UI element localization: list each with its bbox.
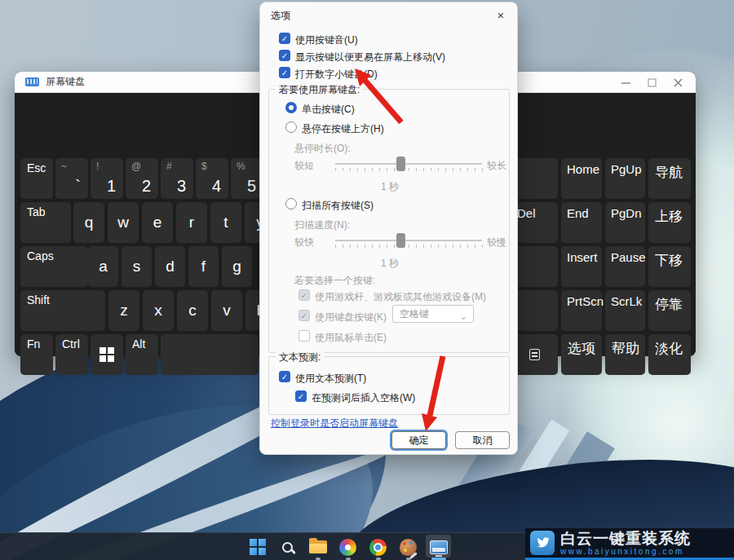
group-text-prediction: 文本预测: bbox=[268, 356, 510, 415]
taskbar-item-browser-pinwheel[interactable] bbox=[333, 533, 363, 560]
close-icon[interactable] bbox=[665, 72, 691, 93]
taskbar-item-start[interactable] bbox=[242, 533, 272, 560]
checkbox-key-sound[interactable]: ✓ bbox=[279, 33, 290, 44]
taskbar-item-paint[interactable] bbox=[393, 533, 423, 560]
group-text-prediction-legend: 文本预测: bbox=[276, 351, 324, 364]
key-space[interactable] bbox=[161, 334, 259, 375]
windows-start-icon bbox=[250, 539, 266, 555]
key-move-down[interactable]: 下移 bbox=[648, 246, 691, 287]
key-prtscn[interactable]: PrtScn bbox=[561, 290, 602, 331]
key-label: 5 bbox=[247, 177, 256, 196]
key-scrlk[interactable]: ScrLk bbox=[605, 290, 645, 331]
key-windows[interactable] bbox=[91, 334, 123, 375]
key-r[interactable]: r bbox=[176, 202, 207, 243]
key-alt[interactable]: Alt bbox=[126, 334, 158, 375]
key-fade[interactable]: 淡化 bbox=[648, 334, 691, 375]
select-key-label: 若要选择一个按键: bbox=[294, 274, 375, 288]
key-nav[interactable]: 导航 bbox=[648, 158, 691, 199]
key-options[interactable]: 选项 bbox=[561, 334, 602, 375]
key-x[interactable]: x bbox=[143, 290, 174, 331]
key-blank[interactable] bbox=[511, 290, 558, 331]
ok-button[interactable]: 确定 bbox=[391, 431, 446, 449]
minimize-icon[interactable] bbox=[612, 72, 639, 93]
hover-slider-right-label: 较长 bbox=[487, 159, 506, 173]
key-label: ` bbox=[75, 177, 81, 196]
key-insert[interactable]: Insert bbox=[561, 246, 602, 287]
maximize-icon[interactable] bbox=[639, 72, 665, 93]
taskbar-item-file-explorer[interactable] bbox=[303, 533, 333, 560]
key-d[interactable]: d bbox=[155, 246, 185, 287]
key-sublabel: ! bbox=[96, 161, 99, 172]
group-use-keyboard-legend: 若要使用屏幕键盘: bbox=[276, 83, 363, 97]
key-blank[interactable] bbox=[511, 158, 558, 199]
radio-hover-keys[interactable] bbox=[285, 121, 297, 133]
key-sublabel: % bbox=[237, 161, 245, 172]
key-tab[interactable]: Tab bbox=[20, 202, 71, 243]
key-3[interactable]: #3 bbox=[161, 158, 193, 199]
key-s[interactable]: s bbox=[122, 246, 152, 287]
key-1[interactable]: !1 bbox=[91, 158, 123, 199]
key-c[interactable]: c bbox=[177, 290, 208, 331]
key-label: 1 bbox=[107, 177, 116, 196]
key-g[interactable]: g bbox=[222, 246, 252, 287]
checkbox-numpad-label: 打开数字小键盘(D) bbox=[295, 68, 378, 82]
radio-click-keys[interactable] bbox=[285, 102, 297, 113]
bird-logo-icon bbox=[530, 531, 555, 555]
key-caps[interactable]: Caps bbox=[20, 246, 88, 287]
checkbox-text-prediction-label: 使用文本预测(T) bbox=[295, 372, 366, 386]
key-z[interactable]: z bbox=[108, 290, 139, 331]
key-5[interactable]: %5 bbox=[231, 158, 263, 199]
paint-palette-icon bbox=[400, 539, 417, 556]
checkbox-numpad[interactable]: ✓ bbox=[279, 67, 290, 78]
checkbox-joystick: ✓ bbox=[298, 289, 310, 301]
key-pause[interactable]: Pause bbox=[605, 246, 645, 287]
key-blank[interactable] bbox=[511, 246, 558, 287]
signin-osk-link[interactable]: 控制登录时是否启动屏幕键盘 bbox=[271, 417, 398, 430]
key-end[interactable]: End bbox=[561, 202, 602, 243]
key-label: 4 bbox=[212, 177, 221, 196]
key-q[interactable]: q bbox=[73, 202, 104, 243]
key-menu[interactable] bbox=[511, 334, 558, 375]
desktop: 屏幕键盘 Esc~`!1@2#3$4%5TabqwertyCapsasdfgSh… bbox=[0, 0, 734, 560]
key-fn[interactable]: Fn bbox=[20, 334, 53, 375]
key-v[interactable]: v bbox=[211, 290, 242, 331]
radio-scan-keys[interactable] bbox=[285, 198, 297, 209]
key-shift[interactable]: Shift bbox=[20, 290, 105, 331]
taskbar-item-chrome[interactable] bbox=[363, 533, 393, 560]
key-del[interactable]: Del bbox=[511, 202, 558, 243]
folder-icon bbox=[309, 540, 327, 553]
taskbar-item-search[interactable] bbox=[272, 533, 303, 560]
checkbox-show-keys[interactable]: ✓ bbox=[279, 50, 290, 61]
key-4[interactable]: $4 bbox=[196, 158, 228, 199]
close-icon[interactable]: × bbox=[493, 7, 508, 22]
key-f[interactable]: f bbox=[188, 246, 219, 287]
scan-slider-thumb bbox=[396, 233, 405, 248]
cancel-button[interactable]: 取消 bbox=[455, 431, 510, 449]
checkbox-keyboard-key: ✓ bbox=[298, 310, 310, 321]
pinwheel-browser-icon bbox=[339, 539, 356, 556]
key-backtick[interactable]: ~` bbox=[55, 158, 88, 199]
key-ctrl[interactable]: Ctrl bbox=[55, 334, 88, 375]
checkbox-insert-space[interactable]: ✓ bbox=[295, 390, 307, 402]
key-e[interactable]: e bbox=[142, 202, 173, 243]
taskbar-item-on-screen-keyboard[interactable] bbox=[423, 533, 453, 560]
key-esc[interactable]: Esc bbox=[20, 158, 53, 199]
checkbox-text-prediction[interactable]: ✓ bbox=[279, 371, 290, 382]
watermark-banner: 白云一键重装系统 www.baiyunxitong.com bbox=[525, 528, 734, 560]
key-move-up[interactable]: 上移 bbox=[648, 202, 691, 243]
key-label: 2 bbox=[142, 177, 151, 196]
key-select-dropdown: 空格键 ⌄ bbox=[392, 305, 474, 323]
key-pgup[interactable]: PgUp bbox=[605, 158, 645, 199]
key-dock[interactable]: 停靠 bbox=[648, 290, 691, 331]
checkbox-mouse-click bbox=[298, 330, 310, 342]
key-w[interactable]: w bbox=[108, 202, 139, 243]
options-dialog: 选项 × ✓ 使用按键音(U) ✓ 显示按键以便更易在屏幕上移动(V) ✓ 打开… bbox=[259, 2, 518, 455]
key-2[interactable]: @2 bbox=[126, 158, 158, 199]
key-help[interactable]: 帮助 bbox=[605, 334, 645, 375]
hover-slider-thumb bbox=[396, 157, 405, 171]
key-pgdn[interactable]: PgDn bbox=[605, 202, 645, 243]
hover-slider-ticks bbox=[335, 168, 483, 171]
key-t[interactable]: t bbox=[210, 202, 241, 243]
key-a[interactable]: a bbox=[88, 246, 118, 287]
key-home[interactable]: Home bbox=[561, 158, 602, 199]
